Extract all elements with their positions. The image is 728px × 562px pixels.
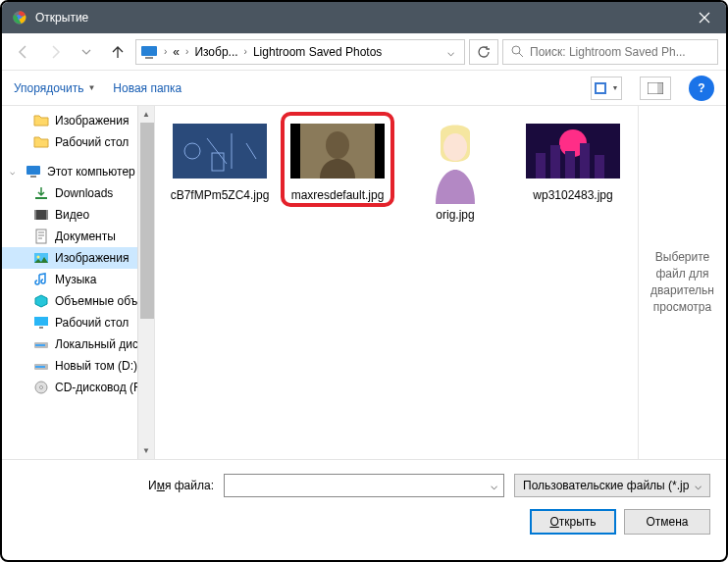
dropdown-icon: ▼ [87,83,95,92]
file-list[interactable]: cB7fMPm5ZC4.jpg maxresdefault.jpg orig.j… [155,106,638,459]
chrome-icon [12,10,27,26]
dropdown-icon: ⌵ [695,479,702,492]
file-thumbnail [173,118,267,184]
breadcrumb-dropdown[interactable]: ⌵ [442,45,460,59]
scroll-down-icon[interactable]: ▼ [138,442,154,459]
preview-pane-icon [648,82,663,94]
sidebar-item[interactable]: CD-дисковод (F [2,377,154,398]
file-name: maxresdefault.jpg [291,188,385,203]
sidebar-item[interactable]: Downloads [2,182,154,204]
dropdown-icon[interactable]: ⌵ [491,479,497,492]
close-button[interactable] [682,2,726,33]
sidebar-item[interactable]: Локальный дис [2,333,154,355]
help-icon: ? [698,81,704,95]
cancel-button[interactable]: Отмена [624,509,710,535]
breadcrumb-segment[interactable]: Изобр... [192,45,239,59]
scroll-up-icon[interactable]: ▲ [138,106,154,123]
sidebar-item[interactable]: Рабочий стол [2,312,154,333]
breadcrumb-prefix[interactable]: « [171,45,182,59]
sidebar-item-label: Рабочий стол [55,316,129,330]
file-pane: cB7fMPm5ZC4.jpg maxresdefault.jpg orig.j… [155,106,726,459]
sidebar-item[interactable]: Объемные объ [2,290,154,312]
svg-rect-6 [597,84,604,92]
svg-rect-8 [657,82,663,94]
file-item[interactable]: orig.jpg [402,118,508,223]
scroll-thumb[interactable] [140,123,155,319]
sidebar-item[interactable]: Документы [2,226,154,247]
sidebar-item[interactable]: Новый том (D:) [2,355,154,377]
svg-rect-12 [34,210,48,220]
sidebar-item-label: Объемные объ [55,294,137,308]
file-thumbnail [408,118,502,204]
chevron-down-icon [81,47,91,57]
nav-recent-button[interactable] [73,38,100,66]
sidebar-item-label: Локальный дис [55,337,138,351]
title-bar: Открытие [2,2,726,33]
search-box[interactable] [502,39,718,65]
svg-rect-10 [30,176,36,178]
svg-rect-18 [34,317,48,326]
open-button[interactable]: Открыть [530,509,616,535]
pc-icon [140,44,158,60]
arrow-left-icon [16,44,31,60]
sidebar-item-label: Downloads [55,186,113,200]
file-item[interactable]: cB7fMPm5ZC4.jpg [167,118,273,203]
refresh-button[interactable] [469,39,498,65]
file-item[interactable]: wp3102483.jpg [520,118,626,203]
svg-rect-36 [536,153,546,179]
sidebar-item-label: Музыка [55,273,96,286]
filename-input[interactable]: ⌵ [224,474,504,497]
help-button[interactable]: ? [689,76,714,101]
organize-button[interactable]: Упорядочить ▼ [14,81,95,95]
svg-point-17 [37,256,40,259]
sidebar-item[interactable]: Рабочий стол [2,131,154,153]
arrow-up-icon [110,44,126,60]
file-thumbnail [290,118,385,184]
sidebar-item-this-pc[interactable]: ⌵Этот компьютер [2,161,154,182]
3d-icon [33,293,49,309]
breadcrumb[interactable]: › « › Изобр... › Lightroom Saved Photos … [135,39,465,65]
disk-icon [33,336,49,352]
svg-point-25 [40,386,43,389]
downloads-icon [33,185,49,201]
svg-rect-19 [39,327,43,329]
svg-rect-39 [580,143,590,179]
cd-icon [33,380,49,395]
sidebar-item[interactable]: Изображения [2,110,154,131]
sidebar-scrollbar[interactable]: ▲ ▼ [137,106,154,459]
expand-icon[interactable]: ⌵ [10,167,15,177]
preview-pane-button[interactable] [640,77,671,100]
breadcrumb-segment[interactable]: Lightroom Saved Photos [251,45,384,59]
sidebar-item-label: Изображения [55,114,129,128]
preview-placeholder: Выберите файл для дварительн просмотра [647,249,718,315]
window-title: Открытие [35,11,682,25]
nav-up-button[interactable] [104,38,131,66]
new-folder-button[interactable]: Новая папка [113,81,182,95]
sidebar: Изображения Рабочий стол ⌵Этот компьютер… [2,106,155,459]
search-input[interactable] [530,45,709,59]
sidebar-item-label: Видео [55,208,89,222]
new-folder-label: Новая папка [113,81,182,95]
folder-icon [33,113,49,128]
svg-rect-38 [565,151,575,179]
folder-icon [33,134,49,150]
organize-label: Упорядочить [14,81,83,95]
footer: Имя файла: ⌵ Пользовательские файлы (*.j… [2,459,726,548]
toolbar: Упорядочить ▼ Новая папка ▼ ? [2,71,726,106]
nav-back-button[interactable] [10,38,37,66]
search-icon [511,45,524,58]
svg-rect-14 [46,210,48,220]
sidebar-item[interactable]: Музыка [2,269,154,290]
nav-forward-button[interactable] [41,38,69,66]
file-thumbnail [526,118,620,184]
disk-icon [33,358,49,374]
svg-rect-37 [550,145,560,179]
view-button[interactable]: ▼ [591,77,622,100]
music-icon [33,272,49,287]
filetype-select[interactable]: Пользовательские файлы (*.jp ⌵ [514,474,710,497]
sidebar-item[interactable]: Видео [2,204,154,226]
file-item-highlighted[interactable]: maxresdefault.jpg [285,118,390,203]
sidebar-item-images[interactable]: Изображения [2,247,154,269]
svg-rect-2 [141,46,157,56]
view-icon [595,82,610,94]
